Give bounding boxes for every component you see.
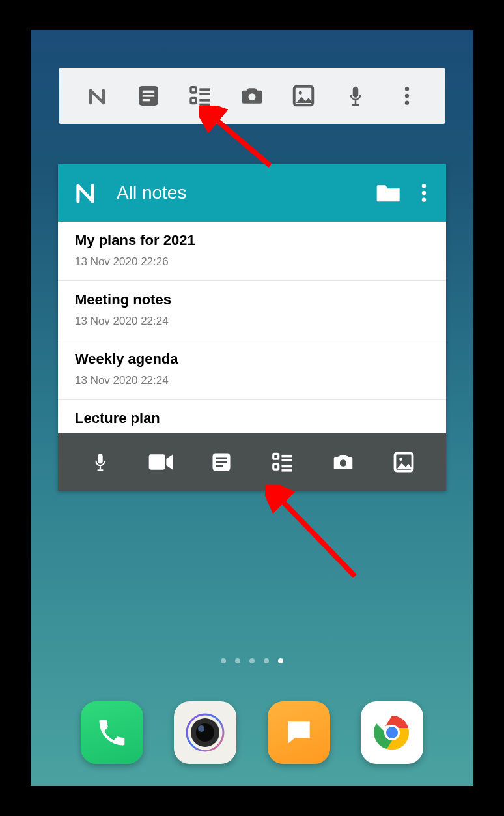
- note-date: 13 Nov 2020 22:24: [75, 374, 429, 387]
- nimbus-logo-icon[interactable]: [71, 181, 100, 205]
- svg-rect-29: [273, 454, 278, 459]
- notes-widget: All notes My plans for 2021 13 Nov 2020 …: [58, 164, 446, 491]
- svg-point-15: [405, 87, 409, 91]
- page-dot-active[interactable]: [278, 658, 283, 663]
- note-item[interactable]: Weekly agenda 13 Nov 2020 22:24: [58, 340, 446, 400]
- svg-point-17: [405, 100, 409, 104]
- svg-line-38: [277, 495, 355, 576]
- svg-point-21: [422, 197, 426, 201]
- svg-rect-4: [191, 87, 196, 93]
- image-icon[interactable]: [290, 82, 317, 109]
- svg-rect-27: [216, 461, 227, 463]
- video-icon[interactable]: [148, 449, 174, 475]
- svg-rect-2: [143, 95, 154, 96]
- list-icon[interactable]: [270, 449, 296, 475]
- page-dot[interactable]: [235, 658, 240, 663]
- note-item[interactable]: Meeting notes 13 Nov 2020 22:24: [58, 281, 446, 340]
- note-title: Weekly agenda: [75, 351, 429, 368]
- notes-widget-header: All notes: [58, 164, 446, 222]
- svg-rect-6: [199, 88, 210, 91]
- mic-icon[interactable]: [87, 449, 113, 475]
- camera-icon[interactable]: [330, 449, 356, 475]
- svg-rect-34: [281, 469, 292, 471]
- chrome-app-icon[interactable]: [361, 701, 423, 764]
- svg-rect-14: [352, 104, 359, 106]
- folder-icon[interactable]: [374, 181, 403, 205]
- svg-point-37: [399, 458, 402, 461]
- svg-point-42: [198, 725, 204, 732]
- svg-rect-30: [273, 464, 278, 469]
- svg-rect-3: [143, 99, 150, 101]
- svg-rect-5: [191, 98, 196, 103]
- svg-rect-24: [149, 454, 165, 469]
- note-title: My plans for 2021: [75, 232, 429, 249]
- notes-widget-toolbar: [58, 433, 446, 491]
- nimbus-logo-icon[interactable]: [83, 82, 111, 109]
- svg-rect-7: [199, 93, 210, 95]
- page-dot[interactable]: [264, 658, 269, 663]
- page-dot[interactable]: [249, 658, 255, 663]
- mic-icon[interactable]: [342, 82, 369, 109]
- note-title: Meeting notes: [75, 291, 429, 308]
- note-item[interactable]: Lecture plan: [58, 400, 446, 433]
- svg-point-41: [196, 723, 214, 742]
- messages-app-icon[interactable]: [268, 701, 330, 764]
- svg-rect-8: [199, 99, 210, 102]
- annotation-arrow-bottom: [265, 485, 363, 583]
- more-menu-icon[interactable]: [415, 182, 433, 204]
- svg-rect-13: [355, 100, 357, 104]
- svg-point-16: [405, 94, 409, 98]
- note-date: 13 Nov 2020 22:24: [75, 315, 429, 328]
- annotation-arrow-top: [199, 106, 277, 171]
- svg-rect-1: [143, 91, 154, 93]
- dock: [31, 701, 473, 764]
- svg-rect-31: [281, 455, 292, 457]
- svg-point-19: [422, 184, 426, 188]
- svg-line-18: [210, 115, 270, 166]
- note-date: 13 Nov 2020 22:26: [75, 255, 429, 269]
- svg-rect-32: [281, 459, 292, 461]
- svg-point-20: [422, 191, 426, 195]
- page-indicator: [31, 658, 473, 663]
- svg-rect-22: [100, 466, 101, 469]
- svg-rect-33: [281, 465, 292, 467]
- notes-widget-title: All notes: [117, 182, 374, 203]
- home-screen: All notes My plans for 2021 13 Nov 2020 …: [31, 30, 473, 786]
- more-menu-icon[interactable]: [393, 82, 421, 109]
- svg-rect-26: [216, 458, 227, 459]
- phone-app-icon[interactable]: [81, 701, 143, 764]
- text-note-icon[interactable]: [208, 449, 234, 475]
- svg-rect-28: [216, 465, 223, 467]
- svg-point-10: [248, 93, 255, 100]
- text-note-icon[interactable]: [135, 82, 162, 109]
- svg-point-35: [340, 459, 346, 466]
- svg-point-45: [386, 727, 398, 738]
- image-icon[interactable]: [391, 449, 417, 475]
- camera-app-icon[interactable]: [174, 701, 236, 764]
- svg-rect-23: [97, 469, 103, 471]
- svg-point-12: [299, 91, 302, 95]
- note-item[interactable]: My plans for 2021 13 Nov 2020 22:26: [58, 222, 446, 281]
- note-title: Lecture plan: [75, 410, 429, 427]
- page-dot[interactable]: [221, 658, 226, 663]
